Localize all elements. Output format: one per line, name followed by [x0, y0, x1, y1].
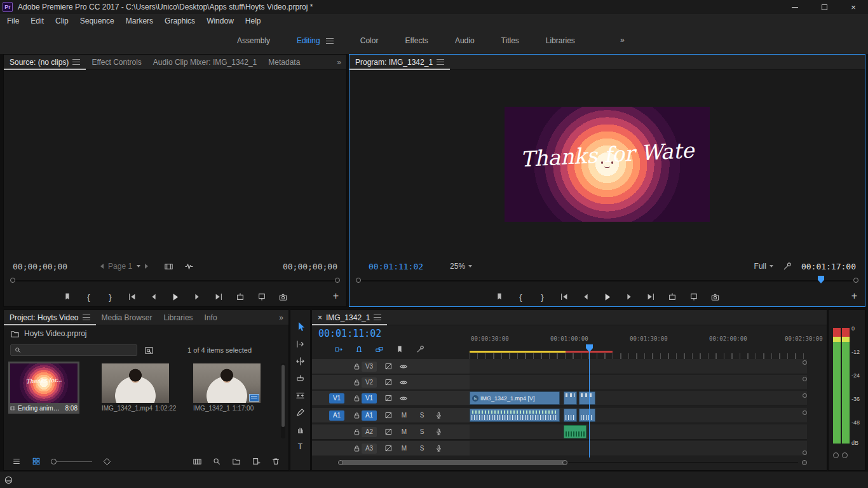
search-input[interactable]: [25, 346, 133, 354]
add-marker-button[interactable]: [62, 292, 72, 302]
track-header-v3[interactable]: V3: [312, 359, 470, 374]
track-lane-v3[interactable]: [470, 359, 807, 374]
lock-icon[interactable]: [353, 362, 361, 370]
goto-in-button[interactable]: [559, 292, 569, 302]
workspace-overflow-chevron[interactable]: »: [620, 36, 625, 44]
timeline-settings-wrench-button[interactable]: [415, 344, 425, 355]
project-item-ending-animation[interactable]: Thanks for... Ending animation in... 8:0…: [10, 363, 78, 412]
maximize-button[interactable]: [810, 0, 839, 14]
workspace-color[interactable]: Color: [347, 36, 392, 45]
meter-channel-dot[interactable]: [842, 452, 848, 458]
hand-tool[interactable]: [295, 424, 306, 435]
goto-out-button[interactable]: [214, 292, 224, 302]
item-thumbnail[interactable]: [193, 363, 261, 403]
add-marker-button[interactable]: [494, 292, 505, 302]
video-clip-img1342[interactable]: fx IMG_1342_1.mp4 [V]: [470, 391, 560, 405]
video-preview[interactable]: Thanks for Wate: [505, 107, 710, 222]
play-button[interactable]: [602, 292, 613, 302]
sync-lock-icon[interactable]: [384, 362, 393, 370]
voiceover-mic-icon[interactable]: [435, 444, 443, 452]
minimize-button[interactable]: [780, 0, 810, 14]
track-scroll-dot[interactable]: [803, 360, 807, 365]
scrubber-start-handle[interactable]: [356, 278, 361, 283]
meter-channel-dot[interactable]: [833, 452, 839, 458]
type-tool[interactable]: T: [295, 442, 306, 452]
track-output-eye-icon[interactable]: [399, 378, 408, 387]
tab-overflow-chevron[interactable]: »: [274, 313, 288, 322]
page-next-icon[interactable]: [145, 264, 148, 269]
menu-sequence[interactable]: Sequence: [74, 17, 120, 25]
solo-button[interactable]: S: [417, 412, 427, 419]
add-marker-button[interactable]: [395, 344, 405, 355]
source-scrubber[interactable]: [6, 274, 344, 287]
source-patch[interactable]: A1: [329, 410, 344, 421]
audio-clip-fragment[interactable]: [564, 409, 577, 422]
item-thumbnail[interactable]: [102, 363, 169, 403]
mute-button[interactable]: M: [399, 445, 409, 452]
track-lane-a2[interactable]: [470, 424, 807, 440]
automate-to-sequence-button[interactable]: [192, 456, 202, 466]
ripple-edit-tool[interactable]: [295, 356, 306, 366]
workspace-assembly[interactable]: Assembly: [224, 36, 283, 45]
track-label[interactable]: A1: [362, 410, 377, 421]
voiceover-mic-icon[interactable]: [435, 411, 443, 419]
audio-clip-fragment[interactable]: [579, 409, 595, 422]
project-file-row[interactable]: Hoyts Video.prproj: [4, 325, 288, 342]
page-selector[interactable]: Page 1: [100, 262, 148, 271]
sync-lock-icon[interactable]: [384, 378, 393, 386]
video-clip-fragment[interactable]: [579, 391, 595, 405]
track-scroll-dot[interactable]: [803, 393, 807, 398]
slip-tool[interactable]: [295, 390, 306, 400]
voiceover-mic-icon[interactable]: [435, 428, 443, 436]
sync-lock-icon[interactable]: [384, 411, 393, 419]
icon-view-button[interactable]: [31, 456, 41, 466]
horizontal-scrollbar-thumb[interactable]: [341, 460, 565, 465]
panel-menu-icon[interactable]: [437, 59, 444, 65]
mark-out-button[interactable]: }: [538, 292, 548, 302]
goto-out-button[interactable]: [646, 292, 656, 302]
button-editor-button[interactable]: +: [333, 290, 339, 302]
track-header-v1[interactable]: V1 V1: [312, 391, 470, 406]
solo-button[interactable]: S: [417, 445, 427, 452]
pen-tool[interactable]: [295, 407, 306, 417]
mute-button[interactable]: M: [399, 428, 409, 435]
menu-edit[interactable]: Edit: [25, 17, 50, 25]
sort-icons-button[interactable]: [102, 456, 112, 466]
scrubber-end-handle[interactable]: [853, 278, 858, 283]
audio-clip-img1342[interactable]: [470, 409, 560, 422]
page-prev-icon[interactable]: [100, 264, 104, 269]
track-label[interactable]: A2: [362, 427, 377, 437]
track-header-a2[interactable]: A2 M S: [312, 424, 470, 440]
tab-metadata[interactable]: Metadata: [262, 55, 306, 70]
workspace-editing[interactable]: Editing: [283, 36, 347, 45]
zoom-slider-knob[interactable]: [51, 459, 57, 464]
selection-tool[interactable]: [295, 322, 306, 332]
razor-tool[interactable]: [295, 373, 306, 383]
track-lane-v2[interactable]: [470, 375, 807, 390]
overwrite-button[interactable]: [257, 292, 267, 302]
new-bin-button[interactable]: [231, 456, 241, 466]
workspace-libraries[interactable]: Libraries: [532, 36, 588, 45]
button-editor-button[interactable]: +: [851, 290, 857, 302]
track-label[interactable]: A3: [362, 444, 377, 454]
workspace-titles[interactable]: Titles: [488, 36, 532, 45]
scrollbar-handle[interactable]: [338, 460, 343, 465]
export-frame-button[interactable]: [278, 292, 288, 302]
lock-icon[interactable]: [353, 378, 361, 386]
mark-out-button[interactable]: }: [105, 292, 116, 302]
panel-menu-icon[interactable]: [83, 315, 90, 320]
list-view-button[interactable]: [11, 456, 22, 466]
snap-button[interactable]: [354, 344, 364, 355]
thumbnail-zoom-slider[interactable]: [51, 459, 92, 464]
sync-lock-icon[interactable]: [384, 394, 393, 402]
lock-icon[interactable]: [353, 411, 361, 419]
track-output-eye-icon[interactable]: [399, 394, 408, 403]
goto-in-button[interactable]: [127, 292, 137, 302]
program-scrubber[interactable]: [352, 274, 862, 287]
find-button[interactable]: [212, 456, 222, 466]
project-item-img1342-mp4[interactable]: IMG_1342_1.mp4 1:02:22: [102, 363, 169, 412]
tab-source[interactable]: Source: (no clips): [4, 55, 86, 70]
create-search-bin-button[interactable]: [144, 345, 154, 355]
step-forward-button[interactable]: [624, 292, 634, 302]
mute-button[interactable]: M: [399, 412, 409, 419]
